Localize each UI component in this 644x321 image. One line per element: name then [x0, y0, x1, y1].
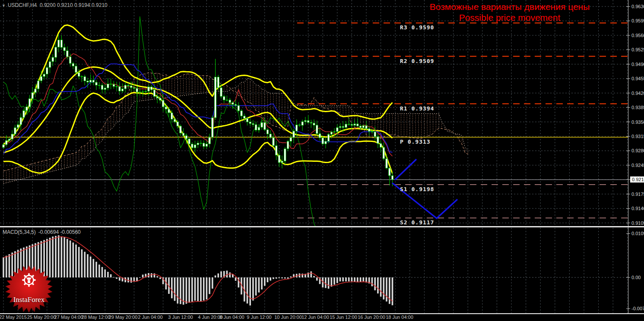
- date-tick-label: 15 Jun 12:00: [330, 315, 357, 320]
- date-tick-label: 8 Jun 04:00: [219, 315, 244, 320]
- symbol-ohlc-values: 0.9200 0.9210 0.9194 0.9210: [40, 2, 108, 8]
- price-tick-label: 0.9280: [631, 148, 644, 153]
- price-tick-label: 0.9595: [631, 18, 644, 23]
- price-tick-label: 0.9350: [631, 120, 644, 125]
- price-tick-label: 0.9525: [631, 47, 644, 52]
- price-tick-label: 0.9245: [631, 163, 644, 168]
- annotation-line-ru: Возможные варианты движения цены: [389, 1, 631, 12]
- date-tick-label: 29 May 20:00: [109, 315, 138, 320]
- macd-values: -0.00694 -0.00560: [38, 229, 81, 235]
- price-tick-label: 0.9455: [631, 76, 644, 81]
- date-tick-label: 25 May 20:00: [27, 315, 56, 320]
- level-label-S2: S2 0.9117: [400, 219, 434, 226]
- date-tick-label: 12 Jun 04:00: [301, 315, 329, 320]
- level-label-P: P 0.9313: [400, 138, 431, 145]
- macd-indicator-label: MACD(5,34,5)-0.00694 -0.00560: [3, 229, 83, 235]
- symbol-title-bar: ▼USDCHF,H4 0.9200 0.9210 0.9194 0.9210: [2, 2, 108, 8]
- instaforex-logo-text: InstaForex: [5, 296, 53, 304]
- chart-frame: [626, 0, 630, 313]
- date-tick-label: 3 Jun 12:00: [168, 315, 193, 320]
- forecast-annotation: Возможные варианты движения цены Possibl…: [389, 1, 631, 23]
- date-tick-label: 27 May 04:00: [54, 315, 83, 320]
- price-tick-label: 0.9630: [631, 4, 644, 9]
- date-tick-label: 22 May 2015: [0, 315, 27, 320]
- macd-tick-label: 0.00: [631, 275, 641, 280]
- instaforex-star-icon: [5, 264, 53, 314]
- candles: [3, 34, 393, 186]
- price-tick-label: 0.9385: [631, 105, 644, 110]
- instaforex-gear-person-icon: [22, 274, 36, 287]
- date-tick-label: 2 Jun 04:00: [138, 315, 163, 320]
- price-tick-label: 0.9315: [631, 134, 644, 139]
- macd-name: MACD(5,34,5): [3, 229, 36, 235]
- forecast-arrow-1: [395, 159, 416, 180]
- price-tick-label: 0.9560: [631, 33, 644, 38]
- level-label-R2: R2 0.9509: [400, 58, 434, 64]
- mt4-chart-window: ▼USDCHF,H4 0.9200 0.9210 0.9194 0.9210 В…: [0, 0, 644, 321]
- date-tick-label: 16 Jun 20:00: [358, 315, 385, 320]
- bollinger-lower: [3, 93, 393, 173]
- chikou-line: [3, 16, 317, 230]
- annotation-line-en: Possible price movement: [389, 12, 631, 23]
- date-tick-label: 4 Jun 20:00: [198, 315, 223, 320]
- macd-tick-label: 0.01092: [631, 231, 644, 236]
- price-tick-label: 0.9175: [631, 192, 644, 197]
- instaforex-logo[interactable]: InstaForex: [5, 264, 53, 314]
- macd-tick-label: -0.00779: [631, 306, 644, 311]
- chart-dropdown-icon[interactable]: ▼: [2, 3, 6, 8]
- symbol-label: USDCHF,H4: [8, 2, 37, 8]
- bollinger-middle: [3, 67, 393, 153]
- price-tick-label: 0.9490: [631, 62, 644, 67]
- current-price-badge: 0.9210: [630, 176, 644, 183]
- price-tick-label: 0.9140: [631, 206, 644, 211]
- date-tick-label: 18 Jun 04:00: [386, 315, 413, 320]
- price-chart-canvas[interactable]: [0, 0, 644, 321]
- date-tick-label: 9 Jun 12:00: [247, 315, 272, 320]
- level-label-R3: R3 0.9590: [400, 24, 434, 31]
- date-tick-label: 10 Jun 20:00: [274, 315, 302, 320]
- level-label-R1: R1 0.9394: [400, 105, 434, 112]
- date-tick-label: 28 May 12:00: [82, 315, 111, 320]
- price-tick-label: 0.9105: [631, 220, 644, 226]
- macd-histogram: [3, 235, 393, 305]
- tenkan-line: [3, 54, 393, 156]
- level-label-S1: S1 0.9198: [400, 186, 434, 192]
- price-tick-label: 0.9420: [631, 91, 644, 96]
